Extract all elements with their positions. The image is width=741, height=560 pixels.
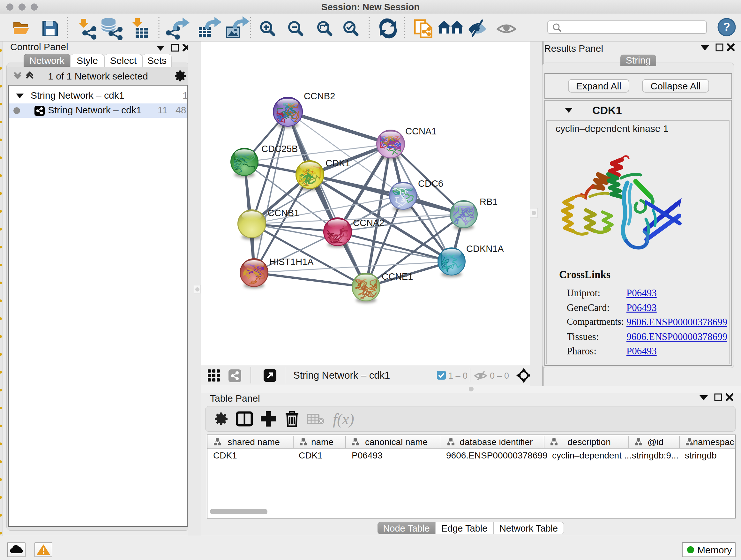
svg-text:f(x): f(x) bbox=[333, 411, 354, 428]
svg-text:?: ? bbox=[723, 20, 730, 34]
svg-text:description: description bbox=[567, 437, 610, 447]
svg-text:CDC6: CDC6 bbox=[418, 179, 443, 189]
svg-text:shared name: shared name bbox=[227, 437, 280, 447]
svg-text:CDC25B: CDC25B bbox=[261, 144, 298, 154]
svg-text:P06493: P06493 bbox=[352, 450, 383, 460]
svg-text:@id: @id bbox=[648, 437, 664, 447]
svg-text:CCNA2: CCNA2 bbox=[353, 218, 384, 228]
svg-text:CCNA1: CCNA1 bbox=[405, 126, 436, 136]
svg-text:CCNB2: CCNB2 bbox=[304, 91, 335, 101]
svg-text:name: name bbox=[311, 437, 333, 447]
svg-text:database identifier: database identifier bbox=[460, 437, 533, 447]
svg-text:stringdb: stringdb bbox=[685, 450, 717, 460]
svg-text:CCNB1: CCNB1 bbox=[268, 208, 299, 218]
svg-text:stringdb:9...: stringdb:9... bbox=[632, 450, 678, 460]
svg-text:9606.ENSP00000378699: 9606.ENSP00000378699 bbox=[446, 450, 548, 460]
svg-text:namespac: namespac bbox=[693, 437, 734, 447]
svg-text:CDK1: CDK1 bbox=[213, 450, 237, 460]
svg-text:CDK1: CDK1 bbox=[299, 450, 323, 460]
svg-text:canonical name: canonical name bbox=[365, 437, 428, 447]
svg-text:RB1: RB1 bbox=[480, 197, 497, 207]
svg-text:HIST1H1A: HIST1H1A bbox=[269, 257, 314, 267]
svg-text:cyclin–dependent ...: cyclin–dependent ... bbox=[552, 450, 631, 460]
svg-text:CDK1: CDK1 bbox=[326, 158, 350, 168]
svg-text:CDKN1A: CDKN1A bbox=[466, 244, 504, 254]
svg-text:CCNE1: CCNE1 bbox=[382, 271, 413, 282]
